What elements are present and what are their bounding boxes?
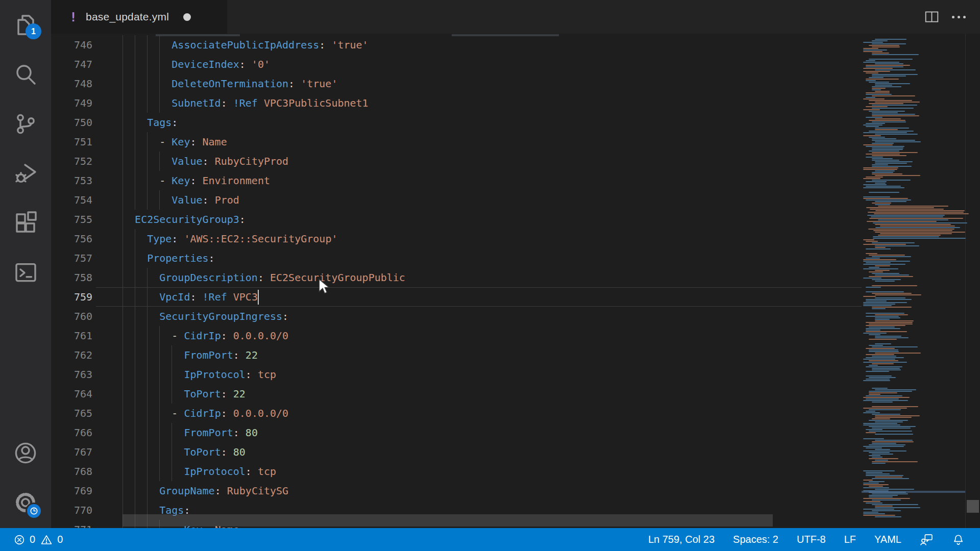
indent-indicator[interactable]: Spaces: 2 <box>733 534 778 545</box>
line-number[interactable]: 755 <box>51 210 92 229</box>
code-line-765[interactable]: 765 - CidrIp: 0.0.0.0/0 <box>51 404 980 423</box>
line-number[interactable]: 757 <box>51 248 92 268</box>
code-line-760[interactable]: 760 SecurityGroupIngress: <box>51 307 980 326</box>
code-line-755[interactable]: 755 EC2SecurityGroup3: <box>51 210 980 229</box>
line-number[interactable]: 746 <box>51 35 92 55</box>
line-number[interactable]: 758 <box>51 268 92 287</box>
line-number[interactable]: 760 <box>51 307 92 326</box>
code-line-748[interactable]: 748 DeleteOnTermination: 'true' <box>51 74 980 93</box>
code-line-754[interactable]: 754 Value: Prod <box>51 190 980 210</box>
line-number[interactable]: 754 <box>51 190 92 210</box>
tab-base-update-yml[interactable]: ! base_update.yml <box>51 0 227 34</box>
line-number[interactable]: 761 <box>51 326 92 345</box>
warning-icon <box>40 534 53 546</box>
code-line-747[interactable]: 747 DeviceIndex: '0' <box>51 55 980 74</box>
vertical-scrollbar-thumb[interactable] <box>967 500 979 513</box>
code-line-768[interactable]: 768 IpProtocol: tcp <box>51 462 980 481</box>
line-number[interactable]: 770 <box>51 500 92 520</box>
line-number[interactable]: 749 <box>51 93 92 113</box>
error-count: 0 <box>30 534 35 545</box>
text-cursor <box>258 290 259 305</box>
clock-icon <box>29 506 39 516</box>
terminal-icon <box>13 260 38 285</box>
line-number[interactable]: 768 <box>51 462 92 481</box>
line-number[interactable]: 767 <box>51 442 92 462</box>
sidebar-item-extensions[interactable] <box>0 198 51 247</box>
language-indicator[interactable]: YAML <box>874 534 901 545</box>
feedback-button[interactable] <box>920 533 934 546</box>
line-number[interactable]: 763 <box>51 365 92 384</box>
code-line-766[interactable]: 766 FromPort: 80 <box>51 423 980 442</box>
horizontal-scrollbar-thumb[interactable] <box>122 514 773 527</box>
code-line-759[interactable]: 759 VpcId: !Ref VPC3 <box>51 287 980 307</box>
line-number[interactable]: 747 <box>51 55 92 74</box>
code-line-767[interactable]: 767 ToPort: 80 <box>51 442 980 462</box>
code-line-764[interactable]: 764 ToPort: 22 <box>51 384 980 404</box>
code-line-761[interactable]: 761 - CidrIp: 0.0.0.0/0 <box>51 326 980 345</box>
line-number[interactable]: 752 <box>51 152 92 171</box>
code-line-758[interactable]: 758 GroupDescription: EC2SecurityGroupPu… <box>51 268 980 287</box>
status-bar: 0 0 Ln 759, Col 23 Spaces: 2 UTF-8 LF YA… <box>0 528 980 551</box>
code-line-746[interactable]: 746 AssociatePublicIpAddress: 'true' <box>51 35 980 55</box>
account-icon <box>13 441 38 465</box>
warning-count: 0 <box>57 534 63 545</box>
code-line-763[interactable]: 763 IpProtocol: tcp <box>51 365 980 384</box>
extensions-icon <box>13 211 38 235</box>
encoding-indicator[interactable]: UTF-8 <box>797 534 826 545</box>
clipped-line-remnant <box>156 34 240 36</box>
yaml-file-icon: ! <box>69 10 77 24</box>
sidebar-item-source-control[interactable] <box>0 99 51 148</box>
source-control-icon <box>13 112 38 136</box>
code-line-769[interactable]: 769 GroupName: RubyCitySG <box>51 481 980 500</box>
more-actions-icon[interactable] <box>952 16 966 18</box>
feedback-icon <box>920 533 934 546</box>
clipped-line-remnant <box>452 34 559 36</box>
line-number[interactable]: 756 <box>51 229 92 248</box>
line-number[interactable]: 759 <box>51 287 92 307</box>
warnings-indicator[interactable]: 0 <box>40 534 63 546</box>
settings-button[interactable] <box>0 478 51 527</box>
line-number[interactable]: 748 <box>51 74 92 93</box>
line-number[interactable]: 762 <box>51 345 92 365</box>
notifications-bell-icon[interactable] <box>952 533 965 546</box>
code-line-752[interactable]: 752 Value: RubyCityProd <box>51 152 980 171</box>
run-debug-icon <box>13 161 38 186</box>
explorer-badge: 1 <box>26 23 41 39</box>
split-editor-icon[interactable] <box>925 11 939 23</box>
bell-icon <box>952 533 965 546</box>
code-line-757[interactable]: 757 Properties: <box>51 248 980 268</box>
code-line-762[interactable]: 762 FromPort: 22 <box>51 345 980 365</box>
code-line-749[interactable]: 749 SubnetId: !Ref VPC3PublicSubnet1 <box>51 93 980 113</box>
sidebar-item-run-debug[interactable] <box>0 148 51 198</box>
line-col-indicator[interactable]: Ln 759, Col 23 <box>648 534 715 545</box>
account-button[interactable] <box>0 428 51 478</box>
line-number[interactable]: 751 <box>51 132 92 152</box>
minimap[interactable] <box>862 34 966 528</box>
error-icon <box>13 534 26 546</box>
line-number[interactable]: 764 <box>51 384 92 404</box>
settings-update-badge <box>27 504 41 518</box>
search-icon <box>13 62 38 87</box>
minimap-current-line <box>862 491 965 493</box>
code-line-756[interactable]: 756 Type: 'AWS::EC2::SecurityGroup' <box>51 229 980 248</box>
line-number[interactable]: 750 <box>51 113 92 132</box>
sidebar-item-explorer[interactable]: 1 <box>0 0 51 49</box>
line-number[interactable]: 769 <box>51 481 92 500</box>
sidebar-item-search[interactable] <box>0 49 51 99</box>
modified-dot-icon[interactable] <box>183 13 191 21</box>
eol-indicator[interactable]: LF <box>844 534 856 545</box>
line-number[interactable]: 765 <box>51 404 92 423</box>
line-number[interactable]: 766 <box>51 423 92 442</box>
sidebar-item-terminal[interactable] <box>0 247 51 297</box>
activity-bar: 1 <box>0 0 51 528</box>
code-line-753[interactable]: 753 - Key: Environment <box>51 171 980 190</box>
tab-bar: ! base_update.yml <box>51 0 980 34</box>
code-line-750[interactable]: 750 Tags: <box>51 113 980 132</box>
problems-indicator[interactable]: 0 <box>13 534 35 546</box>
code-line-751[interactable]: 751 - Key: Name <box>51 132 980 152</box>
line-number[interactable]: 753 <box>51 171 92 190</box>
tab-label: base_update.yml <box>86 11 169 23</box>
